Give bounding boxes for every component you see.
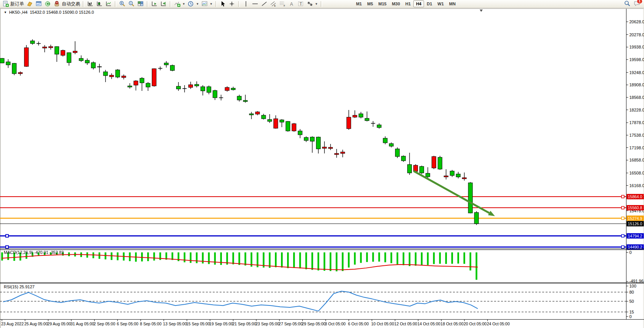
tile-windows-icon xyxy=(137,1,144,7)
timeframe-m30-button[interactable]: M30 xyxy=(389,0,403,7)
timeframe-m1-button[interactable]: M1 xyxy=(353,0,365,7)
time-tick-label: 29 Sep 05:00 xyxy=(302,322,326,326)
periods-button[interactable]: ▼ xyxy=(186,0,200,7)
candle xyxy=(170,65,175,71)
styles-button[interactable] xyxy=(25,0,34,7)
candle-body xyxy=(432,157,436,168)
chart-shift-icon xyxy=(160,1,167,7)
new-order-button[interactable]: 新订单 xyxy=(1,0,25,7)
price-tick-label: 18228.0 xyxy=(630,108,644,112)
arrows-button[interactable]: ▼ xyxy=(305,0,319,7)
candle-body xyxy=(237,96,241,100)
candle-body xyxy=(91,63,95,68)
candle-body xyxy=(249,114,254,115)
bar-chart-button[interactable] xyxy=(86,0,95,7)
auto-scroll-button[interactable] xyxy=(150,0,159,7)
timeframe-d1-button[interactable]: D1 xyxy=(424,0,435,7)
chevron-down-icon: ▼ xyxy=(196,2,199,6)
level-price-text: 15126.0 xyxy=(628,221,642,226)
templates-button[interactable]: ▼ xyxy=(200,0,214,7)
chevron-down-icon: ▼ xyxy=(182,2,185,6)
line-handle-right[interactable] xyxy=(622,195,624,198)
autotrade-button[interactable]: 自动交易 xyxy=(53,0,81,7)
line-handle-left[interactable] xyxy=(6,246,8,248)
tile-windows-button[interactable] xyxy=(136,0,145,7)
candle-body xyxy=(213,90,217,98)
horizontal-line-button[interactable] xyxy=(251,0,260,7)
line-handle-right[interactable] xyxy=(622,207,624,209)
candle-body xyxy=(85,60,89,63)
trendline-icon xyxy=(261,1,268,7)
chart-canvas[interactable]: 20628.020278.019938.019598.019248.018908… xyxy=(0,8,644,328)
line-chart-button[interactable] xyxy=(104,0,113,7)
time-tick-label: 24 Oct 05:00 xyxy=(487,322,510,326)
time-tick-label: 31 Aug 05:00 xyxy=(71,322,94,326)
candle-body xyxy=(116,70,120,77)
vertical-line-button[interactable] xyxy=(241,0,251,7)
crosshair-button[interactable] xyxy=(228,0,237,7)
timeframe-h4-button[interactable]: H4 xyxy=(413,0,424,7)
arrows-icon xyxy=(307,1,313,7)
line-handle-left[interactable] xyxy=(6,234,8,237)
candle-body xyxy=(24,48,29,66)
line-handle-right[interactable] xyxy=(622,217,624,220)
cursor-button[interactable] xyxy=(218,0,228,7)
periods-clock-icon xyxy=(188,1,194,7)
chart-shift-button[interactable] xyxy=(159,0,168,7)
line-chart-icon xyxy=(105,1,112,7)
candle-body xyxy=(292,124,296,131)
time-tick-label: 14 Oct 05:00 xyxy=(418,322,440,326)
zoom-in-button[interactable] xyxy=(118,0,127,7)
indicators-icon xyxy=(174,1,181,7)
line-handle-right[interactable] xyxy=(622,246,624,248)
line-handle-right[interactable] xyxy=(622,234,624,237)
timeframe-mn-button[interactable]: MN xyxy=(446,0,458,7)
toolbar-separator xyxy=(238,1,240,7)
text-label-button[interactable]: T xyxy=(296,0,305,7)
candle xyxy=(292,123,296,132)
candle-body xyxy=(0,58,4,63)
svg-text:A: A xyxy=(290,2,293,7)
rsi-axis-label: 15 xyxy=(630,310,634,314)
macd-indicator-label: MACD(12,26,9) -470.01 -352.83 xyxy=(4,250,64,255)
timeframe-h1-button[interactable]: H1 xyxy=(403,0,413,7)
trendline-button[interactable] xyxy=(260,0,269,7)
charts-window-button[interactable] xyxy=(34,0,43,7)
candle xyxy=(24,45,29,67)
timeframe-m5-button[interactable]: M5 xyxy=(365,0,376,7)
chart-ohlc-title: ▼ HK50-,H4 15432.0 15468.0 15090.0 15126… xyxy=(4,10,94,15)
candle-body xyxy=(177,86,181,89)
channel-button[interactable]: E xyxy=(269,0,278,7)
notification-badge: 1 xyxy=(637,0,642,4)
indicators-button[interactable]: ▼ xyxy=(173,0,186,7)
candle-body xyxy=(395,149,400,157)
toolbar-separator xyxy=(147,1,148,7)
candle-body xyxy=(31,41,35,44)
candle-body xyxy=(274,119,278,128)
candle xyxy=(12,63,16,75)
timeframe-w1-button[interactable]: W1 xyxy=(435,0,446,7)
price-tick-label: 19938.0 xyxy=(630,45,644,49)
price-tick-label: 20278.0 xyxy=(630,32,644,37)
templates-icon xyxy=(201,1,208,7)
time-tick-label: 20 Oct 05:00 xyxy=(464,322,487,326)
candle-body xyxy=(359,114,363,117)
search-button[interactable] xyxy=(624,0,631,8)
chevron-down-icon: ▼ xyxy=(210,2,213,6)
candlestick-button[interactable] xyxy=(95,0,104,7)
notifications-button[interactable]: 1 xyxy=(634,0,641,8)
symbol-dropdown-icon[interactable]: ▼ xyxy=(4,11,7,14)
candle-body xyxy=(128,86,132,87)
signals-button[interactable] xyxy=(43,0,53,7)
fibonacci-button[interactable]: F xyxy=(278,0,287,7)
chart-background xyxy=(0,8,644,328)
timeframe-m15-button[interactable]: M15 xyxy=(376,0,389,7)
time-tick-label: 2 Sep 05:00 xyxy=(94,322,116,326)
candle xyxy=(438,156,442,170)
candle-body xyxy=(140,78,144,83)
candle-body xyxy=(462,178,466,179)
candle-body xyxy=(377,125,381,128)
zoom-out-button[interactable] xyxy=(127,0,136,7)
candle xyxy=(0,58,4,63)
text-button[interactable]: A xyxy=(287,0,296,7)
